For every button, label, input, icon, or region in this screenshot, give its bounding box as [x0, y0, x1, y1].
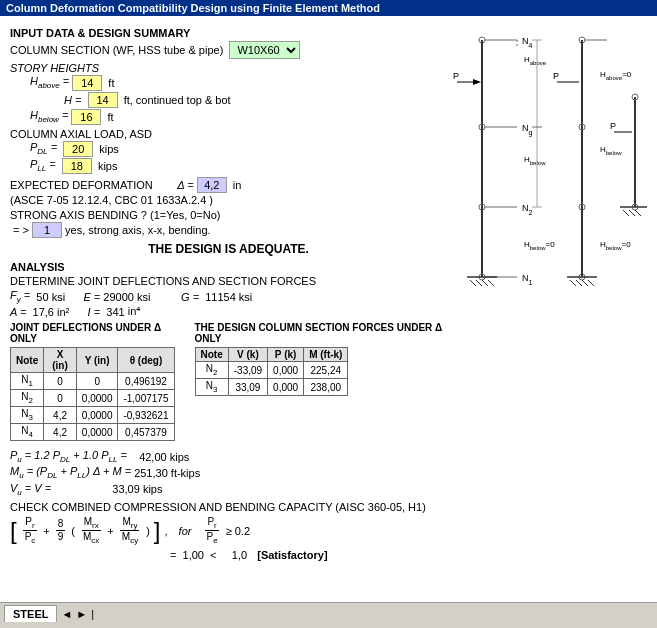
- table-row: N3 33,09 0,000 238,00: [195, 379, 348, 396]
- deformation-row: EXPECTED DEFORMATION Δ = 4,2 in: [10, 177, 447, 193]
- h-value[interactable]: 14: [88, 92, 118, 108]
- title-bar: Column Deformation Compatibility Design …: [0, 0, 657, 16]
- joint-col-x: X (in): [44, 348, 77, 373]
- strong-axis-arrow: = >: [10, 224, 29, 236]
- strong-axis-value-row: = > 1 yes, strong axis, x-x, bending.: [10, 222, 447, 238]
- left-bracket: [: [10, 519, 17, 543]
- fy-unit: ksi: [52, 291, 65, 303]
- axial-load-row: COLUMN AXIAL LOAD, ASD: [10, 128, 447, 140]
- pr-pc-cond-fraction: Pr Pe: [205, 516, 220, 546]
- p-dl-value[interactable]: 20: [63, 141, 93, 157]
- svg-text:Habove: Habove: [524, 55, 547, 66]
- left-panel: INPUT DATA & DESIGN SUMMARY COLUMN SECTI…: [10, 22, 447, 596]
- forces-col-p: P (k): [268, 348, 304, 362]
- svg-line-44: [576, 280, 582, 286]
- h-above-label: Habove =: [30, 75, 69, 90]
- table-row: N3 4,2 0,0000 -0,932621: [11, 407, 175, 424]
- i-unit: in⁴: [128, 305, 141, 318]
- vu-row: Vu = V = 33,09 kips: [10, 482, 447, 497]
- svg-text:Hbelow: Hbelow: [524, 155, 546, 166]
- right-panel: N4 P Ng N2 N1: [447, 22, 647, 596]
- joint-col-note: Note: [11, 348, 44, 373]
- comma: ,: [164, 525, 167, 537]
- delta-unit: in: [233, 179, 242, 191]
- svg-text:Ng: Ng: [522, 123, 533, 137]
- delta-value[interactable]: 4,2: [197, 177, 227, 193]
- svg-text:N1: N1: [522, 273, 533, 286]
- svg-line-55: [629, 210, 635, 216]
- forces-table-header: THE DESIGN COLUMN SECTION FORCES UNDER Δ…: [195, 322, 448, 344]
- story-heights-label: STORY HEIGHTS: [10, 62, 99, 74]
- e-unit: ksi: [137, 291, 150, 303]
- right-bracket: ]: [154, 519, 161, 543]
- forces-col-note: Note: [195, 348, 228, 362]
- svg-text:P: P: [453, 71, 459, 81]
- analysis-header: ANALYSIS: [10, 261, 447, 273]
- asce-ref: (ASCE 7-05 12.12.4, CBC 01 1633A.2.4 ): [10, 194, 213, 206]
- input-header: INPUT DATA & DESIGN SUMMARY: [10, 27, 447, 39]
- table-row: N1 0 0 0,496192: [11, 373, 175, 390]
- nav-prev[interactable]: ◄: [61, 608, 72, 620]
- formula-result: 1,00: [183, 549, 204, 561]
- plus-sign-1: +: [43, 525, 49, 537]
- h-below-row: Hbelow = 16 ft: [30, 109, 447, 125]
- mu-row: Mu = (PDL + PLL) Δ + M = 251,30 ft-kips: [10, 465, 447, 480]
- pu-unit: kips: [170, 451, 190, 463]
- a-unit: in²: [57, 306, 69, 318]
- force-calcs: Pu = 1.2 PDL + 1.0 PLL = 42,00 kips Mu =…: [10, 449, 447, 497]
- h-below-value[interactable]: 16: [71, 109, 101, 125]
- delta-label: Δ =: [177, 179, 193, 191]
- less-than-sign: <: [210, 549, 216, 561]
- story-heights-row: STORY HEIGHTS: [10, 62, 447, 74]
- main-content: INPUT DATA & DESIGN SUMMARY COLUMN SECTI…: [0, 16, 657, 602]
- structural-diagram: N4 P Ng N2 N1: [452, 22, 647, 362]
- table-row: N4 4,2 0,0000 0,457379: [11, 424, 175, 441]
- h-above-value[interactable]: 14: [72, 75, 102, 91]
- svg-line-56: [635, 210, 641, 216]
- table-row: N2 0 0,0000 -1,007175: [11, 390, 175, 407]
- p-ll-value[interactable]: 18: [62, 158, 92, 174]
- e-label: E =: [83, 291, 100, 303]
- forces-table: Note V (k) P (k) M (ft-k) N2 -33,09 0,00…: [195, 347, 349, 396]
- h-above-row: Habove = 14 ft: [30, 75, 447, 91]
- svg-line-43: [570, 280, 576, 286]
- mu-unit: ft-kips: [171, 467, 200, 479]
- formula-fraction-pr: Pr Pc: [21, 516, 40, 546]
- svg-text:Hbelow=0: Hbelow=0: [524, 240, 555, 251]
- h-label: H =: [64, 94, 81, 106]
- svg-text:P: P: [610, 121, 616, 131]
- p-ll-unit: kips: [98, 160, 118, 172]
- result-row: = 1,00 < 1,0 [Satisfactory]: [170, 549, 447, 561]
- nav-next[interactable]: ►: [76, 608, 87, 620]
- design-adequate: THE DESIGN IS ADEQUATE.: [10, 242, 447, 256]
- svg-text:N2: N2: [522, 203, 533, 216]
- nav-end[interactable]: |: [91, 608, 94, 620]
- mu-label: Mu = (PDL + PLL) Δ + M =: [10, 465, 131, 480]
- strong-axis-row: STRONG AXIS BENDING ? (1=Yes, 0=No): [10, 209, 447, 221]
- analysis-sub-header: DETERMINE JOINT DEFLECTIONS AND SECTION …: [10, 275, 447, 287]
- check-label: CHECK COMBINED COMPRESSION AND BENDING C…: [10, 501, 447, 513]
- joint-table-header: JOINT DEFLECTIONS UNDER Δ ONLY: [10, 322, 175, 344]
- p-dl-unit: kips: [99, 143, 119, 155]
- steel-tab[interactable]: STEEL: [4, 605, 57, 622]
- open-paren: (: [71, 525, 75, 537]
- h-unit: ft, continued top & bot: [124, 94, 231, 106]
- p-dl-label: PDL =: [30, 141, 57, 156]
- strong-axis-value[interactable]: 1: [32, 222, 62, 238]
- asce-ref-row: (ASCE 7-05 12.12.4, CBC 01 1633A.2.4 ): [10, 194, 447, 206]
- svg-line-20: [476, 280, 482, 286]
- formula-container: [ Pr Pc + 8 9 ( Mrx Mcx + Mry: [10, 516, 447, 546]
- svg-line-54: [623, 210, 629, 216]
- mry-mcy-fraction: Mry Mcy: [120, 516, 140, 546]
- column-section-dropdown[interactable]: W10X60: [229, 41, 300, 59]
- h-below-unit: ft: [107, 111, 113, 123]
- table-row: N2 -33,09 0,000 225,24: [195, 362, 348, 379]
- deformation-label: EXPECTED DEFORMATION: [10, 179, 153, 191]
- plus-sign-2: +: [107, 525, 113, 537]
- vu-value: 33,09: [112, 483, 140, 495]
- a-value: 17,6: [33, 306, 54, 318]
- g-label: G =: [181, 291, 199, 303]
- tables-row: JOINT DEFLECTIONS UNDER Δ ONLY Note X (i…: [10, 322, 447, 444]
- analysis-fy-row: Fy = 50 ksi E = 29000 ksi G = 11154 ksi: [10, 289, 447, 304]
- vu-label: Vu = V =: [10, 482, 51, 497]
